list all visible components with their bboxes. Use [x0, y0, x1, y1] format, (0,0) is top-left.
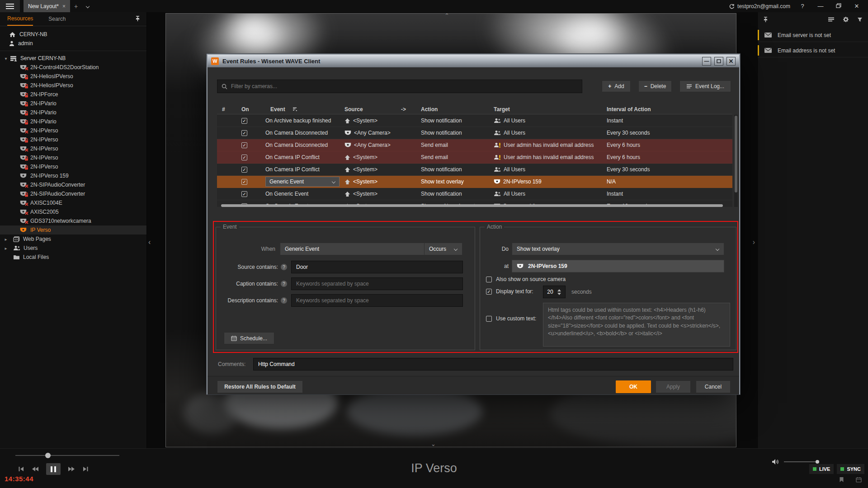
sidebar-item-web-pages[interactable]: ▸Web Pages	[0, 235, 146, 244]
rule-enabled-checkbox[interactable]: ✓	[241, 142, 247, 148]
notification-item[interactable]: Email server is not set	[758, 28, 868, 42]
collapse-left-chevron-icon[interactable]: ‹	[148, 238, 151, 246]
collapse-top-chevron-icon[interactable]: ⌃	[444, 12, 449, 19]
at-camera-selector[interactable]: 2N-IPVerso 159	[512, 260, 724, 272]
pin-panel-icon[interactable]	[763, 17, 768, 23]
sidebar-camera-item[interactable]: 2N-IPVario	[0, 117, 146, 126]
event-log-button[interactable]: Event Log...	[679, 80, 731, 92]
sidebar-camera-item[interactable]: AXISC1004E	[0, 198, 146, 207]
sidebar-camera-item[interactable]: 2N-HeliosIPVerso	[0, 72, 146, 81]
help-circle-icon[interactable]: ?	[281, 281, 287, 287]
col-action[interactable]: Action	[416, 106, 489, 113]
add-tab-button[interactable]: +	[70, 0, 82, 12]
also-show-checkbox[interactable]	[486, 277, 492, 282]
filter-icon[interactable]	[857, 17, 863, 22]
comments-input[interactable]	[253, 358, 733, 371]
col-interval[interactable]: Interval of Action	[602, 106, 732, 113]
calendar-icon[interactable]	[856, 477, 862, 483]
col-event[interactable]: Event	[260, 106, 340, 113]
event-rule-row[interactable]: ✓On Camera Disconnected<Any Camera>Send …	[217, 139, 732, 151]
delete-rule-button[interactable]: −Delete	[638, 80, 672, 92]
custom-text-input[interactable]	[543, 303, 730, 347]
rule-enabled-checkbox[interactable]: ✓	[241, 191, 247, 197]
tab-search[interactable]: Search	[48, 13, 66, 25]
main-menu-button[interactable]	[0, 0, 20, 12]
sidebar-camera-item[interactable]: 2N-SIPAudioConverter	[0, 189, 146, 198]
sidebar-camera-item[interactable]: GDS3710networkcamera	[0, 216, 146, 225]
display-seconds-input[interactable]	[543, 289, 557, 295]
collapse-arrow-icon[interactable]: ▾	[2, 56, 10, 61]
sync-button[interactable]: SYNC	[837, 464, 864, 474]
table-vertical-scrollbar[interactable]	[734, 115, 738, 207]
tab-resources[interactable]: Resources	[7, 12, 33, 26]
restore-defaults-button[interactable]: Restore All Rules to Default	[217, 380, 303, 393]
caption-contains-input[interactable]	[291, 277, 463, 290]
speaker-icon[interactable]	[772, 459, 779, 465]
dialog-minimize-button[interactable]: —	[702, 57, 711, 66]
description-contains-input[interactable]	[291, 294, 463, 307]
sidebar-camera-item[interactable]: 2N-IPVario	[0, 99, 146, 108]
account-button[interactable]: testpro2n@gmail.com	[729, 3, 790, 9]
expand-arrow-icon[interactable]: ▸	[2, 246, 10, 251]
help-circle-icon[interactable]: ?	[281, 264, 287, 270]
event-rule-row[interactable]: ✓Generic Event<System>Show text overlay2…	[217, 176, 732, 188]
collapse-bottom-chevron-icon[interactable]: ⌄	[431, 441, 436, 447]
current-user-row[interactable]: admin	[0, 39, 146, 48]
event-list-icon[interactable]	[828, 17, 835, 22]
sidebar-camera-item[interactable]: 2N-IPVario	[0, 108, 146, 117]
volume-slider-knob[interactable]	[816, 460, 819, 464]
apply-button[interactable]: Apply	[656, 380, 691, 393]
sidebar-camera-item[interactable]: IP Verso	[0, 225, 146, 235]
filter-input[interactable]	[231, 83, 578, 89]
sidebar-camera-item[interactable]: 2N-Control4DS2DoorStation	[0, 63, 146, 72]
rule-enabled-checkbox[interactable]: ✓	[241, 167, 247, 173]
stepper-down-icon[interactable]	[557, 293, 561, 295]
stepper-up-icon[interactable]	[557, 289, 561, 291]
table-horizontal-scrollbar[interactable]	[221, 204, 723, 207]
help-circle-icon[interactable]: ?	[281, 297, 287, 304]
sidebar-camera-item[interactable]: 2N-IPVerso	[0, 135, 146, 144]
display-text-checkbox[interactable]: ✓	[486, 289, 492, 295]
sidebar-camera-item[interactable]: AXISC2005	[0, 207, 146, 216]
event-rule-row[interactable]: ✓On Camera IP Conflict<System>Send email…	[217, 151, 732, 164]
cancel-button[interactable]: Cancel	[696, 380, 731, 393]
speed-slider[interactable]	[15, 455, 119, 456]
occurs-dropdown[interactable]: Occurs	[424, 243, 462, 255]
dialog-maximize-button[interactable]	[714, 57, 723, 66]
rule-enabled-checkbox[interactable]: ✓	[241, 118, 247, 124]
live-button[interactable]: LIVE	[809, 464, 834, 474]
help-button[interactable]: ?	[797, 3, 808, 9]
close-tab-icon[interactable]: ×	[62, 3, 66, 9]
use-custom-text-checkbox[interactable]	[486, 316, 492, 322]
sidebar-camera-item[interactable]: 2N-IPVerso	[0, 144, 146, 153]
expand-arrow-icon[interactable]: ▸	[2, 237, 10, 242]
close-window-button[interactable]: ✕	[851, 3, 863, 9]
col-target[interactable]: Target	[489, 106, 602, 113]
sidebar-camera-item[interactable]: 2N-IPVerso	[0, 126, 146, 135]
rule-enabled-checkbox[interactable]: ✓	[241, 179, 247, 185]
event-type-dropdown[interactable]: Generic Event	[265, 177, 340, 187]
event-rule-row[interactable]: ✓On Camera Disconnected<Any Camera>Show …	[217, 127, 732, 139]
restore-window-button[interactable]	[833, 3, 844, 9]
tab-list-chevron-icon[interactable]	[82, 0, 94, 12]
event-rule-row[interactable]: ✓On Camera IP Conflict<System>Show notif…	[217, 164, 732, 176]
system-host-row[interactable]: CERNY-NB	[0, 30, 146, 39]
notification-item[interactable]: Email address is not set	[758, 44, 868, 57]
expand-right-chevron-icon[interactable]: ›	[753, 238, 755, 246]
rule-enabled-checkbox[interactable]: ✓	[241, 155, 247, 160]
bookmark-icon[interactable]	[839, 477, 844, 483]
do-action-dropdown[interactable]: Show text overlay	[512, 243, 724, 255]
dialog-close-button[interactable]: ✕	[726, 57, 736, 66]
add-rule-button[interactable]: +Add	[602, 80, 631, 92]
gear-icon[interactable]	[843, 16, 849, 23]
server-node[interactable]: ▾ Server CERNY-NB	[0, 54, 146, 63]
sidebar-item-users[interactable]: ▸Users	[0, 244, 146, 253]
event-rule-row[interactable]: ✓On Archive backup finished<System>Show …	[217, 115, 732, 127]
schedule-button[interactable]: Schedule...	[224, 332, 274, 344]
rule-enabled-checkbox[interactable]: ✓	[241, 130, 247, 136]
sidebar-camera-item[interactable]: 2N-IPVerso 159	[0, 171, 146, 180]
sidebar-camera-item[interactable]: 2N-IPForce	[0, 90, 146, 99]
event-rule-row[interactable]: ✓On Generic Event<System>Show notificati…	[217, 188, 732, 200]
pin-panel-icon[interactable]	[135, 16, 140, 22]
minimize-button[interactable]: —	[815, 3, 826, 9]
